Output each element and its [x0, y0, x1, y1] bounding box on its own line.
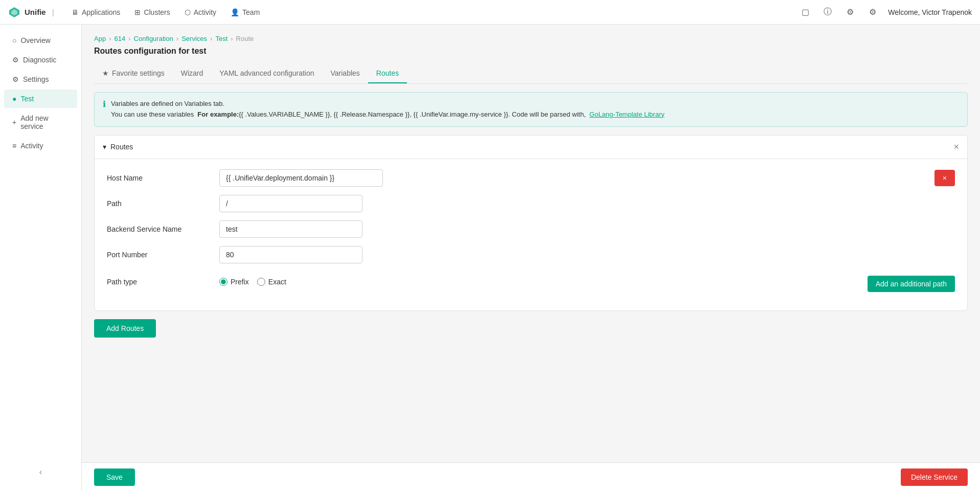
logo-text: Unifie — [25, 8, 46, 16]
logo-divider: | — [52, 8, 54, 16]
breadcrumb-614[interactable]: 614 — [114, 35, 125, 42]
info-icon: ℹ — [103, 99, 106, 109]
nav-activity[interactable]: ⬡ Activity — [179, 5, 221, 19]
exact-radio[interactable] — [257, 278, 265, 286]
delete-service-button[interactable]: Delete Service — [901, 468, 968, 486]
add-icon: + — [12, 118, 16, 126]
tab-routes[interactable]: Routes — [368, 64, 407, 83]
routes-close-button[interactable]: × — [953, 142, 959, 152]
port-number-row: Port Number — [107, 246, 955, 263]
page-title: Routes configuration for test — [94, 47, 968, 56]
port-number-label: Port Number — [107, 251, 219, 259]
routes-collapse-btn[interactable]: ▾ Routes — [103, 143, 133, 151]
add-routes-container: Add Routes — [94, 311, 968, 338]
path-input[interactable] — [219, 195, 362, 212]
breadcrumb-test[interactable]: Test — [215, 35, 227, 42]
team-icon: 👤 — [231, 8, 239, 16]
backend-service-name-row: Backend Service Name — [107, 220, 955, 238]
path-type-label: Path type — [107, 278, 219, 286]
add-additional-path-button[interactable]: Add an additional path — [868, 276, 955, 292]
diagnostic-icon: ⚙ — [12, 56, 19, 64]
logo[interactable]: Unifie | — [8, 6, 54, 18]
applications-icon: 🖥 — [72, 8, 79, 16]
prefix-radio[interactable] — [219, 278, 227, 286]
save-button[interactable]: Save — [94, 468, 135, 486]
routes-header: ▾ Routes × — [95, 136, 967, 159]
settings-sidebar-icon: ⚙ — [12, 75, 19, 83]
add-routes-button[interactable]: Add Routes — [94, 319, 156, 338]
sidebar-item-add-new-service[interactable]: + Add new service — [4, 109, 77, 136]
bottom-bar: Save Delete Service — [82, 462, 980, 491]
clusters-icon: ⊞ — [134, 8, 141, 16]
tab-wizard[interactable]: Wizard — [173, 64, 212, 83]
port-number-input[interactable] — [219, 246, 362, 263]
path-type-radio-group: Prefix Exact — [219, 278, 286, 286]
nav-clusters[interactable]: ⊞ Clusters — [129, 5, 175, 19]
tab-variables[interactable]: Variables — [323, 64, 368, 83]
overview-icon: ○ — [12, 36, 16, 44]
sidebar-collapse-button[interactable]: ‹ — [4, 463, 77, 481]
breadcrumb-configuration[interactable]: Configuration — [134, 35, 173, 42]
activity-sidebar-icon: ≡ — [12, 142, 16, 150]
tab-favorite-settings[interactable]: ★ Favorite settings — [94, 64, 173, 83]
host-name-row: Host Name × — [107, 169, 955, 187]
sidebar-bottom: ‹ — [0, 459, 81, 485]
topnav-right: ▢ ⓘ ⚙ ⚙ Welcome, Victor Trapenok — [798, 5, 972, 19]
sidebar-item-settings[interactable]: ⚙ Settings — [4, 70, 77, 88]
golangtemplate-link[interactable]: GoLang-Template Library — [589, 110, 665, 118]
layout: ○ Overview ⚙ Diagnostic ⚙ Settings ● Tes… — [0, 25, 980, 491]
tabs: ★ Favorite settings Wizard YAML advanced… — [94, 64, 968, 84]
breadcrumb-services[interactable]: Services — [181, 35, 207, 42]
breadcrumb: App › 614 › Configuration › Services › T… — [94, 35, 968, 42]
info-banner: ℹ Variables are defined on Variables tab… — [94, 92, 968, 127]
star-icon: ★ — [102, 69, 109, 77]
chevron-down-icon: ▾ — [103, 143, 106, 151]
breadcrumb-route: Route — [236, 35, 254, 42]
delete-row-icon: × — [943, 174, 947, 182]
chevron-left-icon: ‹ — [39, 467, 42, 477]
breadcrumb-app[interactable]: App — [94, 35, 106, 42]
prefix-radio-label[interactable]: Prefix — [219, 278, 249, 286]
host-name-input[interactable] — [219, 169, 383, 187]
activity-icon: ⬡ — [185, 8, 191, 16]
tab-yaml-advanced[interactable]: YAML advanced configuration — [211, 64, 322, 83]
sidebar: ○ Overview ⚙ Diagnostic ⚙ Settings ● Tes… — [0, 25, 82, 491]
sidebar-item-test[interactable]: ● Test — [4, 90, 77, 108]
exact-radio-label[interactable]: Exact — [257, 278, 286, 286]
settings-icon[interactable]: ⚙ — [865, 5, 880, 19]
sidebar-item-overview[interactable]: ○ Overview — [4, 31, 77, 50]
topnav-links: 🖥 Applications ⊞ Clusters ⬡ Activity 👤 T… — [66, 5, 265, 19]
routes-card: ▾ Routes × Host Name × Path — [94, 135, 968, 311]
path-label: Path — [107, 199, 219, 208]
backend-service-name-label: Backend Service Name — [107, 225, 219, 233]
test-icon: ● — [12, 95, 16, 103]
backend-service-name-input[interactable] — [219, 220, 362, 238]
help-icon[interactable]: ⓘ — [821, 5, 835, 19]
sidebar-item-activity[interactable]: ≡ Activity — [4, 137, 77, 155]
info-text: Variables are defined on Variables tab. … — [111, 99, 665, 120]
welcome-text: Welcome, Victor Trapenok — [888, 8, 972, 16]
main-content: App › 614 › Configuration › Services › T… — [82, 25, 980, 491]
nav-applications[interactable]: 🖥 Applications — [66, 5, 126, 19]
logo-icon — [8, 6, 20, 18]
nav-team[interactable]: 👤 Team — [225, 5, 265, 19]
host-name-label: Host Name — [107, 174, 219, 182]
delete-row-button[interactable]: × — [935, 170, 955, 186]
info-example-text: You can use these variables For example:… — [111, 110, 587, 118]
path-type-row: Path type Prefix Exact Add an additional… — [107, 272, 955, 292]
bottom-spacer — [94, 338, 968, 374]
path-row: Path — [107, 195, 955, 212]
notifications-icon[interactable]: ⚙ — [843, 5, 857, 19]
sidebar-item-diagnostic[interactable]: ⚙ Diagnostic — [4, 51, 77, 69]
bookmark-icon[interactable]: ▢ — [798, 5, 812, 19]
topnav: Unifie | 🖥 Applications ⊞ Clusters ⬡ Act… — [0, 0, 980, 25]
routes-body: Host Name × Path Backend Service Name — [95, 159, 967, 310]
